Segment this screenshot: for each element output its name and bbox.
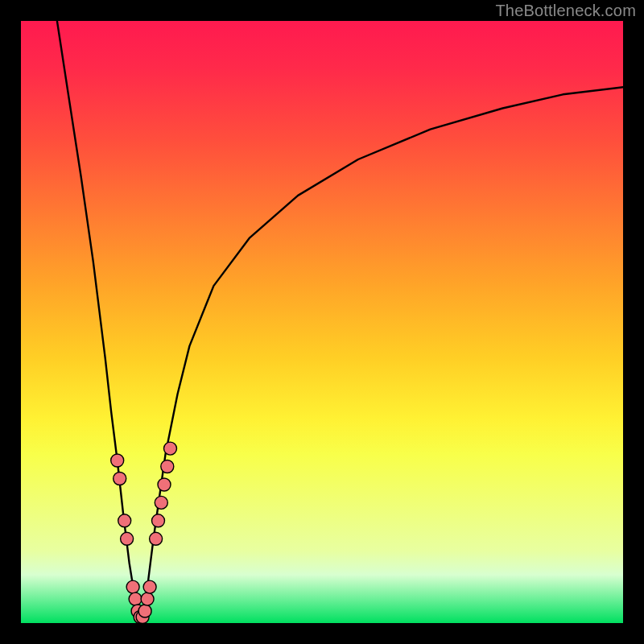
data-dot: [111, 454, 124, 467]
data-dot: [118, 514, 131, 527]
data-dot: [158, 478, 171, 491]
data-dot: [150, 532, 163, 545]
data-dot: [143, 580, 156, 593]
data-dot: [152, 514, 165, 527]
watermark-text: TheBottleneck.com: [495, 2, 636, 20]
data-dot: [121, 532, 134, 545]
dots-group: [111, 442, 177, 623]
data-dot: [129, 592, 142, 605]
data-dot: [114, 473, 126, 485]
chart-svg: [21, 21, 623, 623]
chart-frame: TheBottleneck.com: [0, 0, 644, 644]
data-dot: [141, 592, 154, 605]
data-dot: [161, 460, 174, 473]
curve-group: [57, 21, 623, 623]
data-dot: [155, 496, 167, 509]
data-dot: [126, 580, 139, 593]
data-dot: [164, 442, 177, 455]
curve-right-branch: [142, 87, 623, 623]
data-dot: [138, 605, 151, 617]
plot-area: [21, 21, 623, 623]
